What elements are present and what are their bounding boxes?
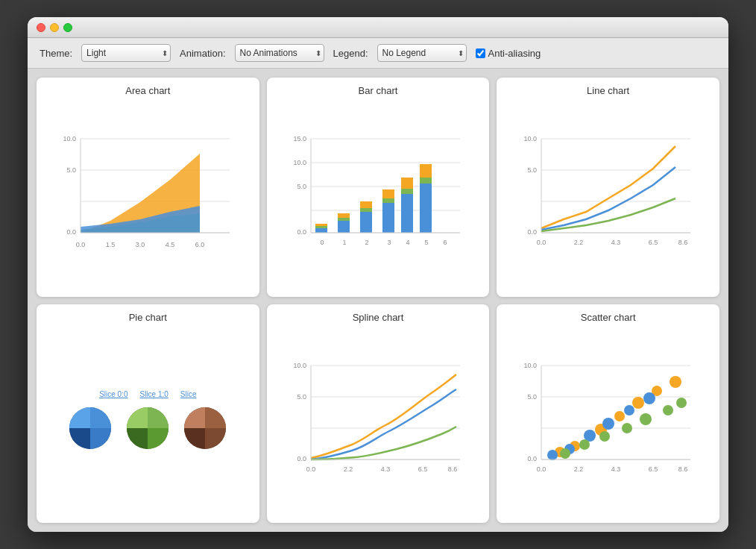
svg-text:1.5: 1.5 — [106, 241, 116, 248]
svg-text:3.0: 3.0 — [136, 241, 145, 248]
svg-text:8.6: 8.6 — [448, 465, 458, 473]
pie-container: Slice 0:0 Slice 1:0 Slice — [44, 390, 252, 453]
svg-rect-45 — [401, 194, 413, 233]
bar-chart-title: Bar chart — [359, 85, 398, 96]
spline-chart-card: Spline chart 10.0 5.0 0.0 0.0 2.2 4.3 — [267, 304, 490, 524]
svg-rect-50 — [420, 164, 432, 178]
svg-text:6.5: 6.5 — [418, 465, 428, 473]
svg-text:5.0: 5.0 — [527, 166, 537, 174]
svg-text:0.0: 0.0 — [297, 455, 306, 462]
theme-label: Theme: — [40, 48, 72, 59]
legend-select[interactable]: No Legend Top Bottom Left Right — [377, 44, 467, 62]
area-chart-svg: 10.0 5.0 0.0 0.0 1.5 3.0 4.5 6.0 — [58, 131, 237, 258]
svg-text:6.0: 6.0 — [195, 241, 205, 248]
svg-rect-43 — [382, 198, 394, 203]
svg-rect-46 — [401, 189, 413, 194]
area-chart-title: Area chart — [125, 85, 170, 96]
svg-text:0.0: 0.0 — [527, 455, 537, 462]
svg-point-107 — [624, 405, 634, 415]
bar-chart-svg: 15.0 10.0 5.0 0.0 0 1 2 3 4 5 6 — [289, 131, 467, 258]
svg-point-100 — [632, 397, 644, 409]
svg-text:6: 6 — [443, 239, 447, 246]
svg-text:2.2: 2.2 — [573, 239, 583, 246]
svg-text:10.0: 10.0 — [523, 135, 537, 142]
line-chart-card: Line chart 10.0 5.0 0.0 0.0 2.2 4.3 6 — [497, 78, 719, 297]
svg-rect-38 — [338, 213, 350, 218]
svg-text:8.6: 8.6 — [678, 239, 687, 246]
svg-rect-39 — [360, 212, 372, 233]
svg-text:0.0: 0.0 — [67, 228, 77, 236]
theme-select[interactable]: Light Dark Blue — [81, 44, 171, 62]
pie-chart-2 — [124, 404, 172, 453]
svg-text:5.0: 5.0 — [297, 183, 306, 190]
svg-point-114 — [663, 405, 673, 415]
svg-point-106 — [602, 418, 614, 430]
svg-text:2.2: 2.2 — [344, 465, 353, 473]
svg-point-103 — [547, 450, 558, 460]
maximize-button[interactable] — [63, 23, 72, 32]
line-chart-area: 10.0 5.0 0.0 0.0 2.2 4.3 6.5 8.6 — [504, 99, 712, 291]
pie-label-0[interactable]: Slice 0:0 — [99, 390, 127, 398]
spline-chart-svg: 10.0 5.0 0.0 0.0 2.2 4.3 6.5 8.6 — [289, 358, 467, 485]
svg-text:10.0: 10.0 — [63, 135, 77, 142]
antialiasing-checkbox[interactable] — [476, 48, 485, 58]
spline-chart-area: 10.0 5.0 0.0 0.0 2.2 4.3 6.5 8.6 — [274, 326, 482, 518]
pie-chart-3 — [181, 404, 230, 453]
svg-rect-35 — [315, 224, 327, 226]
svg-text:8.6: 8.6 — [678, 465, 687, 473]
pie-label-2[interactable]: Slice — [180, 390, 197, 398]
pie-chart-1 — [66, 404, 115, 453]
svg-text:0.0: 0.0 — [527, 228, 537, 236]
animation-select[interactable]: No Animations Linear Ease — [235, 44, 324, 62]
svg-text:0.0: 0.0 — [297, 228, 306, 236]
svg-point-108 — [643, 392, 655, 404]
svg-point-102 — [670, 376, 681, 388]
svg-point-112 — [622, 423, 632, 433]
pies-row — [44, 404, 252, 453]
line-chart-svg: 10.0 5.0 0.0 0.0 2.2 4.3 6.5 8.6 — [519, 131, 698, 258]
legend-select-wrapper: No Legend Top Bottom Left Right — [377, 44, 467, 62]
pie-chart-card: Pie chart Slice 0:0 Slice 1:0 Slice — [37, 304, 259, 524]
svg-text:15.0: 15.0 — [293, 135, 306, 142]
antialiasing-label[interactable]: Anti-aliasing — [488, 48, 541, 59]
svg-text:4.3: 4.3 — [381, 465, 391, 473]
minimize-button[interactable] — [50, 23, 59, 32]
svg-text:4.3: 4.3 — [611, 239, 620, 246]
svg-text:2: 2 — [365, 239, 368, 246]
svg-text:0.0: 0.0 — [536, 239, 546, 246]
svg-rect-41 — [360, 201, 372, 208]
toolbar: Theme: Light Dark Blue Animation: No Ani… — [28, 38, 728, 69]
svg-text:10.0: 10.0 — [293, 159, 306, 166]
svg-text:0: 0 — [320, 239, 324, 246]
antialiasing-wrapper: Anti-aliasing — [476, 48, 541, 59]
svg-rect-34 — [315, 226, 327, 228]
spline-chart-title: Spline chart — [353, 312, 404, 323]
close-button[interactable] — [37, 23, 45, 32]
app-window: Theme: Light Dark Blue Animation: No Ani… — [28, 17, 728, 532]
svg-point-115 — [676, 398, 687, 408]
svg-point-99 — [614, 411, 625, 421]
svg-rect-36 — [338, 221, 350, 233]
svg-text:1: 1 — [342, 239, 346, 246]
animation-select-wrapper: No Animations Linear Ease — [235, 44, 324, 62]
svg-point-109 — [560, 448, 570, 459]
svg-rect-49 — [420, 178, 432, 183]
area-chart-area: 10.0 5.0 0.0 0.0 1.5 3.0 4.5 6.0 — [44, 99, 252, 291]
bar-chart-area: 15.0 10.0 5.0 0.0 0 1 2 3 4 5 6 — [274, 99, 482, 291]
svg-text:0.0: 0.0 — [536, 465, 546, 473]
svg-point-113 — [640, 413, 652, 425]
pie-chart-area: Slice 0:0 Slice 1:0 Slice — [44, 326, 252, 518]
svg-rect-42 — [382, 203, 394, 233]
svg-rect-47 — [401, 178, 413, 189]
svg-text:0.0: 0.0 — [76, 241, 86, 248]
svg-text:6.5: 6.5 — [648, 465, 658, 473]
svg-text:0.0: 0.0 — [306, 465, 316, 473]
legend-label: Legend: — [333, 48, 368, 59]
svg-rect-33 — [315, 228, 327, 233]
scatter-chart-card: Scatter chart 10.0 5.0 0.0 0.0 2.2 4.3 — [497, 304, 719, 524]
scatter-chart-title: Scatter chart — [581, 312, 636, 323]
svg-text:5.0: 5.0 — [297, 393, 306, 401]
svg-text:4.3: 4.3 — [611, 465, 620, 473]
svg-text:5: 5 — [424, 239, 428, 246]
pie-label-1[interactable]: Slice 1:0 — [139, 390, 168, 398]
